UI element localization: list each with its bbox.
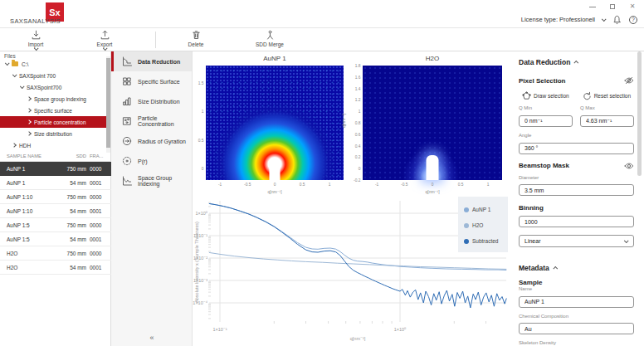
tree-item-c[interactable]: C:\ <box>0 58 106 70</box>
tree-item-size-distribution[interactable]: Size distribution <box>0 128 106 139</box>
cell-fraction: 0001 <box>90 236 101 242</box>
legend-label: Subtracted <box>472 238 498 244</box>
bar-chart-icon <box>122 96 132 106</box>
legend-item-aunp-1[interactable]: AuNP 1 <box>464 202 508 217</box>
y-tick-label: 1.5 <box>198 80 203 85</box>
delete-button[interactable]: Delete <box>178 30 213 47</box>
draw-polygon-icon <box>522 91 531 100</box>
nav-item-radius-of-gyration[interactable]: Radius of Gyration <box>111 131 192 151</box>
maximize-icon[interactable] <box>609 3 616 10</box>
legend-item-subtracted[interactable]: Subtracted <box>464 233 508 249</box>
tree-item-space-group-indexing[interactable]: Space group indexing <box>0 93 106 105</box>
eye-off-icon[interactable] <box>624 76 634 85</box>
folder-icon <box>12 61 18 66</box>
tree-item-particle-concentration[interactable]: Particle concentration <box>0 116 106 128</box>
detector-image-aunp1[interactable] <box>206 66 344 180</box>
x-tick-label: 1 <box>329 183 331 187</box>
delete-label: Delete <box>188 41 204 47</box>
nav-item-p-r[interactable]: P(r) <box>111 151 192 171</box>
files-panel: Files C:\SAXSpoint 700SAXSpoint700Space … <box>0 51 111 346</box>
cell-fraction: 0000 <box>90 222 101 228</box>
y-tick-label: 0.8 <box>354 121 360 125</box>
nav-item-label: Size Distribution <box>138 99 180 105</box>
settings-panel-scrollbar[interactable] <box>637 51 642 176</box>
y-tick-label: 1 <box>201 110 203 114</box>
draw-selection-button[interactable]: Draw selection <box>522 91 569 100</box>
y-tick-label: 0.4 <box>354 144 360 148</box>
nav-item-specific-surface[interactable]: Specific Surface <box>111 71 192 91</box>
sample-name-field[interactable] <box>519 296 634 308</box>
cell-fraction: 0000 <box>90 166 101 172</box>
y-tick-label: 0.2 <box>354 155 360 159</box>
angle-field[interactable] <box>519 143 634 154</box>
chevron-right-icon <box>27 108 32 113</box>
table-row[interactable]: AuNP 1:1054 mm0001 <box>0 204 111 218</box>
legend-item-h2o[interactable]: H2O <box>464 217 508 233</box>
license-label[interactable]: License type: Professionell <box>521 16 595 23</box>
x-tick-label: -0.5 <box>244 183 251 187</box>
detector1-x-label: q[nm⁻¹] <box>216 189 333 194</box>
chevron-right-icon <box>12 143 17 148</box>
skeleton-density-label: Skeleton Density <box>519 340 634 345</box>
table-row[interactable]: H2O750 mm0000 <box>0 246 111 261</box>
nav-item-data-reduction[interactable]: Data Reduction <box>111 51 192 71</box>
column-fraction: FRA... <box>90 154 103 158</box>
q-max-field[interactable] <box>580 115 634 127</box>
section-metadata[interactable]: Metadata <box>519 264 634 272</box>
import-button[interactable]: Import <box>18 30 53 51</box>
diameter-field[interactable] <box>519 184 634 196</box>
sdd-merge-label: SDD Merge <box>256 41 284 47</box>
tree-item-specific-surface[interactable]: Specific surface <box>0 105 106 116</box>
nav-item-particle-concentration[interactable]: Particle Concentration <box>111 111 192 131</box>
detector1-x-axis: -1-0.500.51 <box>206 182 344 188</box>
table-row[interactable]: AuNP 1750 mm0000 <box>0 162 111 176</box>
y-tick-label: 1.8 <box>354 64 360 68</box>
sample-table-header: SAMPLE NAME SDD FRA... <box>0 151 111 162</box>
x-tick-label: -1 <box>375 183 378 187</box>
x-tick-label: 1 <box>487 183 490 187</box>
tree-item-hdh[interactable]: HDH <box>0 139 106 151</box>
chevron-right-icon <box>27 96 32 101</box>
sample-header: Sample <box>519 279 634 286</box>
binning-field[interactable] <box>519 216 634 227</box>
tree-item-saxspoint700[interactable]: SAXSpoint700 <box>0 81 106 93</box>
x-tick-label: 0 <box>274 183 276 187</box>
table-row[interactable]: AuNP 1:5750 mm0000 <box>0 218 111 232</box>
close-icon[interactable]: ✕ <box>629 3 636 10</box>
cell-sample-name: H2O <box>7 251 17 256</box>
column-sample-name: SAMPLE NAME <box>7 154 41 158</box>
tree-item-saxspoint-700[interactable]: SAXSpoint 700 <box>0 70 106 81</box>
export-button[interactable]: Export <box>87 30 122 51</box>
table-row[interactable]: H2O54 mm0001 <box>0 261 111 275</box>
sample-table: SAMPLE NAME SDD FRA... AuNP 1750 mm0000A… <box>0 151 111 275</box>
binning-scale-select[interactable]: Linear <box>519 235 634 247</box>
chemical-composition-label: Chemical Composition <box>519 314 634 319</box>
notification-bell-icon[interactable] <box>612 14 622 25</box>
chevron-right-icon <box>27 119 32 124</box>
detector-image-h2o[interactable] <box>363 66 502 180</box>
window-controls: ✕ <box>589 3 636 10</box>
nav-item-space-group-indexing[interactable]: Space Group Indexing <box>111 171 192 191</box>
table-row[interactable]: AuNP 154 mm0001 <box>0 176 111 190</box>
chevron-right-icon <box>27 131 32 136</box>
file-tree-scrollbar[interactable] <box>106 56 110 153</box>
eye-icon[interactable] <box>624 161 634 171</box>
cell-sdd: 54 mm <box>70 208 86 214</box>
chemical-composition-field[interactable] <box>519 323 634 334</box>
section-data-reduction[interactable]: Data Reduction <box>519 58 634 66</box>
table-row[interactable]: AuNP 1:10750 mm0000 <box>0 190 111 204</box>
q-min-field[interactable] <box>519 115 573 127</box>
sidebar-collapse-button[interactable]: « <box>111 334 193 342</box>
nav-item-size-distribution[interactable]: Size Distribution <box>111 91 192 111</box>
minimize-icon[interactable] <box>589 3 596 10</box>
chevron-down-icon <box>20 84 25 89</box>
sdd-merge-button[interactable]: SDD Merge <box>245 30 295 47</box>
table-row[interactable]: AuNP 1:554 mm0001 <box>0 232 111 246</box>
svg-text:1×10⁰: 1×10⁰ <box>195 211 207 216</box>
help-icon[interactable]: ? <box>629 16 637 24</box>
chevron-down-icon[interactable] <box>602 17 607 22</box>
reset-selection-button[interactable]: Reset selection <box>583 91 631 100</box>
chevron-down-icon <box>5 61 10 66</box>
x-tick-label: 0.5 <box>457 183 463 187</box>
x-tick-label: -0.5 <box>401 183 407 187</box>
